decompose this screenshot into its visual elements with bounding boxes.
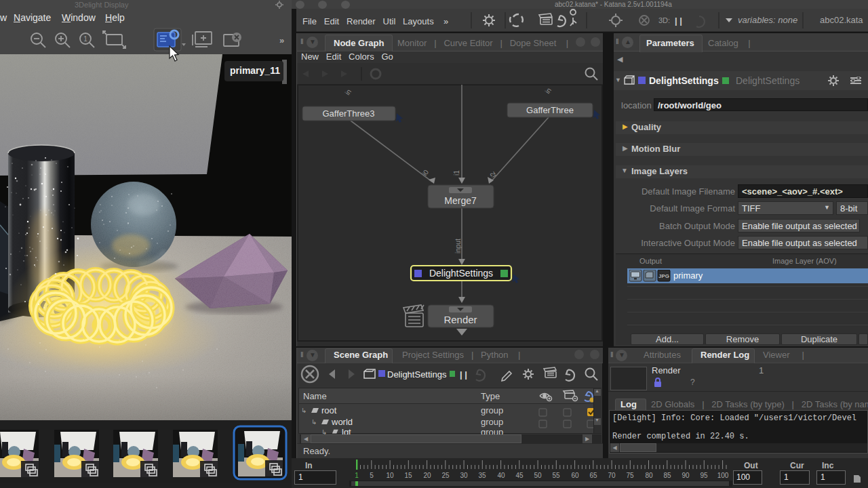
svg-text:85: 85 (663, 472, 671, 479)
svg-text:i1: i1 (453, 170, 460, 176)
svg-text:| |: | | (675, 16, 682, 26)
svg-text:abc02.kata: abc02.kata (820, 15, 863, 25)
svg-text:100: 100 (717, 472, 729, 479)
svg-text:JPG: JPG (658, 273, 669, 279)
svg-text:3D:: 3D: (658, 16, 670, 24)
svg-text:20: 20 (423, 472, 431, 479)
svg-text:10: 10 (386, 472, 394, 479)
svg-text:input: input (454, 239, 462, 253)
svg-text:30: 30 (460, 472, 468, 479)
svg-text:25: 25 (441, 472, 450, 479)
svg-text:35: 35 (478, 472, 486, 479)
svg-text:Merge7: Merge7 (444, 195, 477, 206)
svg-text:70: 70 (608, 472, 616, 479)
svg-text:50: 50 (534, 472, 542, 479)
svg-text:15: 15 (404, 472, 412, 479)
svg-text:variables: none: variables: none (738, 15, 797, 25)
svg-text:GafferThree3: GafferThree3 (322, 108, 374, 119)
svg-text:80: 80 (645, 472, 653, 479)
svg-text:1: 1 (355, 472, 359, 479)
svg-text:60: 60 (571, 472, 579, 479)
svg-text:Render: Render (443, 314, 477, 325)
svg-text:| |: | | (460, 369, 467, 380)
svg-text:»: » (279, 35, 284, 45)
svg-text:55: 55 (552, 472, 560, 479)
svg-text:45: 45 (515, 472, 524, 479)
svg-text:40: 40 (497, 472, 505, 479)
svg-text:90: 90 (682, 472, 690, 479)
svg-text:65: 65 (589, 472, 597, 479)
svg-text:95: 95 (700, 472, 708, 479)
svg-text:DelightSettings: DelightSettings (387, 369, 447, 380)
svg-text:5: 5 (370, 472, 374, 479)
svg-text:75: 75 (626, 472, 634, 479)
svg-text:DelightSettings: DelightSettings (429, 268, 493, 279)
svg-text:GafferThree: GafferThree (526, 105, 574, 115)
svg-text:1: 1 (83, 35, 87, 43)
